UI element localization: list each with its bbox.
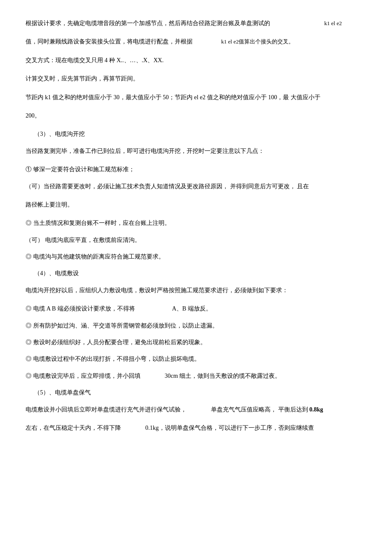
text-p13: 电缆沟开挖好以后，应组织人力敷设电缆，敷设时严格按照施工规范要求进行，必须做到如… [26,287,288,293]
text-p1b: 值，同时兼顾线路设备安装接头位置，将电缆进行配盘，并根据 [26,38,193,45]
circle-symbol-15: ◎ [26,322,32,329]
circle-symbol-18: ◎ [26,373,32,379]
circle-symbol-17: ◎ [26,356,32,362]
text-p3: 计算交叉时，应先算节距内，再算节距间。 [26,75,139,82]
paragraph-3: 计算交叉时，应先算节距内，再算节距间。 [26,72,366,85]
text-p14b: A、B 端放反。 [172,305,212,312]
text-p15: 所有防护如过沟、涵、平交道等所需钢管都必须放到位，以防止遗漏。 [33,322,218,329]
sub-item-15: ◎ 所有防护如过沟、涵、平交道等所需钢管都必须放到位，以防止遗漏。 [26,319,366,332]
sub-item-1: ① 够深一定要符合设计和施工规范标准； [26,163,366,175]
paragraph-6: 当径路复测完毕，准备工作已到位后，即可进行电缆沟开挖，开挖时一定要注意以下几点： [26,145,366,157]
text-p11: 电缆沟与其他建筑物的距离应符合施工规范要求。 [33,253,164,260]
text-p8b: 路径帐上要注明。 [26,201,73,208]
text-p18a: 电缆敷设完毕后，应立即排缆，并小回填 [33,373,141,379]
text-p10: 电缆沟底应平直，在敷缆前应清沟。 [45,237,141,243]
paragraph-2: 交叉方式：现在电缆交叉只用 4 种 X..、…、.X、XX. [26,54,366,66]
text-section4: （4）、电缆敷设 [34,270,79,276]
circle-symbol-16: ◎ [26,339,32,345]
paragraph-1b: 值，同时兼顾线路设备安装接头位置，将电缆进行配盘，并根据 k1 el e2值算出… [26,35,366,48]
text-item1: 够深一定要符合设计和施工规范标准； [33,166,135,173]
sub-item-9: ◎ 当土质情况和复测台账不一样时，应在台账上注明。 [26,217,366,229]
sub-item-11: ◎ 电缆沟与其他建筑物的距离应符合施工规范要求。 [26,250,366,263]
sub-item-10: （可） 电缆沟底应平直，在敷缆前应清沟。 [26,234,366,246]
text-p16: 敷设时必须组织好，人员分配要合理，避免出现前松后紧的现象。 [33,339,206,345]
bracket-ke-1-end: ） [37,183,43,190]
text-p20b: 单盘充气气压值应略高， 平衡后达到 [211,406,308,413]
section-title-5: （5）、电缆单盘保气 [34,386,366,399]
text-p4: 节距内 k1 值之和的绝对值应小于 30，最大值应小于 50；节距内 el e2… [26,94,320,101]
text-p1-code2: k1 el e2值算出个接头的交叉。 [221,38,294,45]
paragraph-13: 电缆沟开挖好以后，应组织人力敷设电缆，敷设时严格按照施工规范要求进行，必须做到如… [26,284,366,296]
text-p18b: 30cm 细土，做到当天敷设的缆不敞露过夜。 [165,373,281,379]
text-p8: 当径路需要更改时，必须让施工技术负责人知道情况及更改路径原因， 并得到同意后方可… [43,183,309,190]
paragraph-8b: 路径帐上要注明。 [26,198,366,211]
circle-symbol-11: ◎ [26,253,32,260]
circle-symbol-9: ◎ [26,220,32,226]
text-p20a: 电缆敷设并小回填后立即对单盘缆进行充气并进行保气试验， [26,406,187,413]
section-title-4: （4）、电缆敷设 [34,267,366,279]
text-p21a: 左右，在气压稳定十天内，不得下降 [26,425,121,431]
text-p1a: 根据设计要求，先确定电缆增音段的第一个加感节点，然后再结合径路定测台账及单盘测试… [26,20,270,26]
text-section5: （5）、电缆单盘保气 [34,389,91,396]
document-body: 根据设计要求，先确定电缆增音段的第一个加感节点，然后再结合径路定测台账及单盘测试… [26,17,366,434]
bracket-ke-1: （ [26,183,32,190]
bracket-ke-2-end: ） [37,237,43,243]
paragraph-1: 根据设计要求，先确定电缆增音段的第一个加感节点，然后再结合径路定测台账及单盘测试… [26,17,366,29]
circle-symbol-14: ◎ [26,305,32,312]
text-p9: 当土质情况和复测台账不一样时，应在台账上注明。 [33,220,170,226]
paragraph-21: 左右，在气压稳定十天内，不得下降 0.1kg，说明单盘保气合格，可以进行下一步工… [26,422,366,434]
paragraph-4: 节距内 k1 值之和的绝对值应小于 30，最大值应小于 50；节距内 el e2… [26,91,366,104]
text-p4b: 200。 [26,112,40,119]
text-p21b: 0.1kg，说明单盘保气合格，可以进行下一步工序，否则应继续查 [145,425,314,431]
text-p17: 电缆敷设过程中不的出现打折，不得扭小弯，以防止损坏电缆。 [33,356,200,362]
text-p14: 电缆 A B 端必须按设计要求放，不得将 [33,305,135,312]
bracket-ke-2: （ [26,237,32,243]
text-p1-code1: k1 el e2 [324,20,342,26]
text-p6: 当径路复测完毕，准备工作已到位后，即可进行电缆沟开挖，开挖时一定要注意以下几点： [26,148,264,154]
text-p20-bold: 0.8kg [309,406,323,413]
ke-char-2: 可 [32,237,37,243]
paragraph-20: 电缆敷设并小回填后立即对单盘缆进行充气并进行保气试验， 单盘充气气压值应略高， … [26,403,366,416]
sub-item-14: ◎ 电缆 A B 端必须按设计要求放，不得将 A、B 端放反。 [26,302,366,315]
sub-item-18: ◎ 电缆敷设完毕后，应立即排缆，并小回填 30cm 细土，做到当天敷设的缆不敞露… [26,370,366,382]
text-p2: 交叉方式：现在电缆交叉只用 4 种 X..、…、.X、XX. [26,57,164,63]
paragraph-8: （可）当径路需要更改时，必须让施工技术负责人知道情况及更改路径原因， 并得到同意… [26,180,366,193]
sub-item-17: ◎ 电缆敷设过程中不的出现打折，不得扭小弯，以防止损坏电缆。 [26,353,366,365]
text-section3: （3）、电缆沟开挖 [34,131,85,137]
sub-item-16: ◎ 敷设时必须组织好，人员分配要合理，避免出现前松后紧的现象。 [26,336,366,348]
circled-1: ① [26,166,32,173]
paragraph-4b: 200。 [26,109,366,122]
ke-char-1: 可 [32,183,37,190]
section-title-3: （3）、电缆沟开挖 [34,128,366,140]
